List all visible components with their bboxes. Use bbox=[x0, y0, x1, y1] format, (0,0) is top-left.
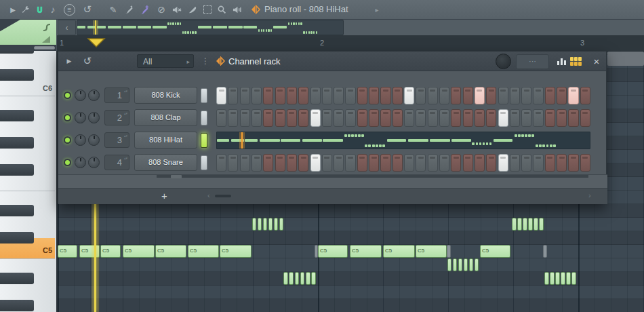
step-button[interactable] bbox=[216, 154, 226, 172]
step-button[interactable] bbox=[533, 154, 543, 172]
target-channel-icon[interactable] bbox=[41, 35, 52, 43]
step-button[interactable] bbox=[228, 87, 238, 104]
note[interactable] bbox=[561, 272, 565, 285]
vertical-scrollbar-handle[interactable] bbox=[607, 52, 644, 66]
note[interactable] bbox=[458, 258, 462, 271]
note[interactable] bbox=[447, 258, 451, 271]
step-button[interactable] bbox=[439, 154, 449, 172]
step-button[interactable] bbox=[428, 87, 438, 104]
step-button[interactable] bbox=[521, 87, 531, 104]
step-button[interactable] bbox=[510, 154, 520, 172]
wrench-icon[interactable] bbox=[18, 2, 33, 17]
note[interactable] bbox=[464, 258, 468, 271]
note[interactable] bbox=[279, 218, 283, 231]
step-button[interactable] bbox=[568, 154, 578, 172]
paint-sequence-icon[interactable] bbox=[136, 2, 151, 17]
step-button[interactable] bbox=[580, 154, 590, 172]
delete-icon[interactable]: ⊘ bbox=[154, 2, 169, 17]
magnet-icon[interactable] bbox=[32, 2, 47, 17]
scroll-left-icon[interactable]: ‹ bbox=[207, 191, 210, 199]
step-button[interactable] bbox=[287, 87, 297, 104]
step-button[interactable] bbox=[510, 87, 520, 104]
step-button[interactable] bbox=[486, 109, 496, 127]
slide-icon[interactable] bbox=[42, 23, 52, 33]
channel-select-indicator[interactable] bbox=[201, 155, 207, 170]
note[interactable] bbox=[258, 218, 262, 231]
channel-select-indicator[interactable] bbox=[201, 133, 207, 148]
note[interactable]: C5 bbox=[123, 245, 155, 258]
playhead-marker[interactable] bbox=[86, 37, 106, 51]
step-button[interactable] bbox=[404, 154, 414, 172]
step-button[interactable] bbox=[251, 109, 262, 127]
note[interactable] bbox=[306, 272, 310, 285]
step-button[interactable] bbox=[510, 109, 520, 127]
step-button[interactable] bbox=[216, 109, 226, 127]
step-button[interactable] bbox=[369, 154, 379, 172]
corner-handle[interactable] bbox=[34, 46, 55, 50]
step-button[interactable] bbox=[287, 109, 297, 127]
channel-name-button[interactable]: 808 Kick bbox=[134, 87, 197, 104]
note[interactable] bbox=[453, 258, 457, 271]
note[interactable] bbox=[539, 218, 544, 231]
note[interactable] bbox=[566, 272, 571, 285]
step-button[interactable] bbox=[380, 87, 390, 104]
step-button[interactable] bbox=[463, 87, 473, 104]
piano-key-black[interactable] bbox=[0, 69, 34, 81]
step-button[interactable] bbox=[451, 154, 461, 172]
muted-note[interactable] bbox=[543, 245, 547, 258]
note[interactable] bbox=[469, 258, 473, 271]
play-icon[interactable]: ▶ bbox=[64, 54, 75, 68]
note[interactable]: C5 bbox=[220, 245, 251, 258]
note[interactable]: C5 bbox=[383, 245, 415, 258]
note[interactable] bbox=[555, 272, 560, 285]
step-button[interactable] bbox=[357, 87, 367, 104]
note[interactable]: C5 bbox=[416, 245, 447, 258]
piano-key-black[interactable] bbox=[0, 273, 34, 284]
arrow-right-icon[interactable]: ▸ bbox=[369, 2, 384, 17]
scrollbar-handle[interactable] bbox=[215, 195, 231, 197]
spinner-icons[interactable]: ▴▾ bbox=[124, 90, 127, 93]
channel-select-indicator[interactable] bbox=[201, 111, 207, 125]
piano-key-black[interactable] bbox=[0, 232, 34, 243]
select-icon[interactable] bbox=[200, 2, 215, 17]
step-button[interactable] bbox=[310, 87, 321, 104]
step-button[interactable] bbox=[240, 109, 250, 127]
piano-key-black[interactable] bbox=[0, 110, 34, 121]
undo-icon[interactable]: ↺ bbox=[81, 54, 94, 68]
step-button[interactable] bbox=[380, 154, 390, 172]
muted-note[interactable] bbox=[315, 245, 318, 258]
step-button[interactable] bbox=[545, 87, 555, 104]
step-button[interactable] bbox=[251, 154, 262, 172]
step-button[interactable] bbox=[322, 109, 332, 127]
step-button[interactable] bbox=[404, 87, 414, 104]
step-button[interactable] bbox=[439, 87, 449, 104]
pan-knob[interactable] bbox=[75, 157, 86, 168]
note[interactable] bbox=[517, 218, 522, 231]
step-button[interactable] bbox=[322, 87, 332, 104]
step-button[interactable] bbox=[369, 87, 379, 104]
step-button[interactable] bbox=[393, 154, 403, 172]
step-button[interactable] bbox=[334, 109, 344, 127]
note[interactable] bbox=[295, 272, 300, 285]
step-button[interactable] bbox=[275, 154, 285, 172]
volume-knob[interactable] bbox=[88, 134, 100, 146]
note[interactable]: C5 bbox=[350, 245, 382, 258]
step-button[interactable] bbox=[428, 154, 438, 172]
channel-name-button[interactable]: 808 Snare bbox=[134, 154, 197, 171]
step-button[interactable] bbox=[228, 109, 238, 127]
step-button[interactable] bbox=[345, 87, 355, 104]
step-button[interactable] bbox=[475, 154, 485, 172]
channel-piano-roll-preview[interactable] bbox=[216, 132, 590, 149]
step-button[interactable] bbox=[287, 154, 297, 172]
spinner-icons[interactable]: ▴▾ bbox=[124, 112, 127, 115]
mute-icon[interactable] bbox=[169, 2, 184, 17]
step-button[interactable] bbox=[557, 154, 567, 172]
step-button[interactable] bbox=[545, 154, 555, 172]
note[interactable] bbox=[528, 218, 533, 231]
pan-knob[interactable] bbox=[75, 112, 86, 123]
step-button[interactable] bbox=[345, 154, 355, 172]
note[interactable] bbox=[283, 272, 288, 285]
step-button[interactable] bbox=[428, 109, 438, 127]
note[interactable] bbox=[300, 272, 305, 285]
step-button[interactable] bbox=[451, 109, 461, 127]
